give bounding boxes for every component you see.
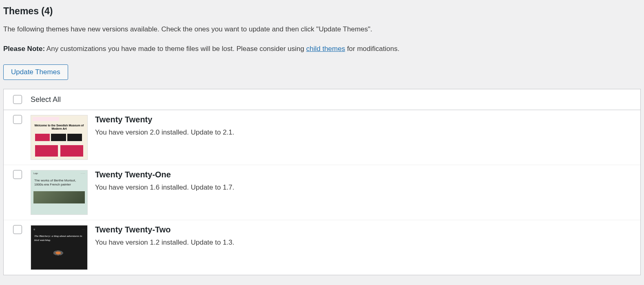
theme-name: Twenty Twenty-One xyxy=(95,170,235,179)
theme-row: Logo· · · · The works of Berthe Morisot,… xyxy=(4,165,640,220)
theme-checkbox[interactable] xyxy=(13,115,22,124)
note-text: Please Note: Any customizations you have… xyxy=(3,44,641,54)
theme-thumbnail: ◎· · · The Hatchery: a blog about advent… xyxy=(31,225,88,270)
table-header: Select All xyxy=(4,89,640,110)
note-prefix: Please Note: xyxy=(3,45,45,53)
thumb-title: The Hatchery: a blog about adventures in… xyxy=(31,233,87,244)
thumb-title: The works of Berthe Morisot, 1800s-era F… xyxy=(31,176,87,190)
themes-table: Select All Welcome to the Swedish Museum… xyxy=(3,89,641,275)
theme-checkbox[interactable] xyxy=(13,170,22,179)
theme-row: Welcome to the Swedish Museum of Modern … xyxy=(4,110,640,165)
theme-desc: You have version 1.2 installed. Update t… xyxy=(95,239,235,247)
theme-desc: You have version 1.6 installed. Update t… xyxy=(95,183,235,192)
themes-heading: Themes (4) xyxy=(3,6,641,17)
note-body-before: Any customizations you have made to them… xyxy=(45,45,306,53)
select-all-checkbox[interactable] xyxy=(13,95,22,104)
theme-name: Twenty Twenty xyxy=(95,115,235,124)
theme-checkbox[interactable] xyxy=(13,225,22,234)
theme-name: Twenty Twenty-Two xyxy=(95,225,235,234)
theme-thumbnail: Logo· · · · The works of Berthe Morisot,… xyxy=(31,170,88,215)
update-themes-button[interactable]: Update Themes xyxy=(3,64,68,80)
note-body-after: for modifications. xyxy=(345,45,399,53)
theme-row: ◎· · · The Hatchery: a blog about advent… xyxy=(4,220,640,275)
select-all-label: Select All xyxy=(31,95,61,104)
thumb-title: Welcome to the Swedish Museum of Modern … xyxy=(31,123,87,132)
intro-text: The following themes have new versions a… xyxy=(3,24,641,35)
child-themes-link[interactable]: child themes xyxy=(306,45,345,53)
theme-thumbnail: Welcome to the Swedish Museum of Modern … xyxy=(31,115,88,160)
theme-desc: You have version 2.0 installed. Update t… xyxy=(95,128,235,137)
